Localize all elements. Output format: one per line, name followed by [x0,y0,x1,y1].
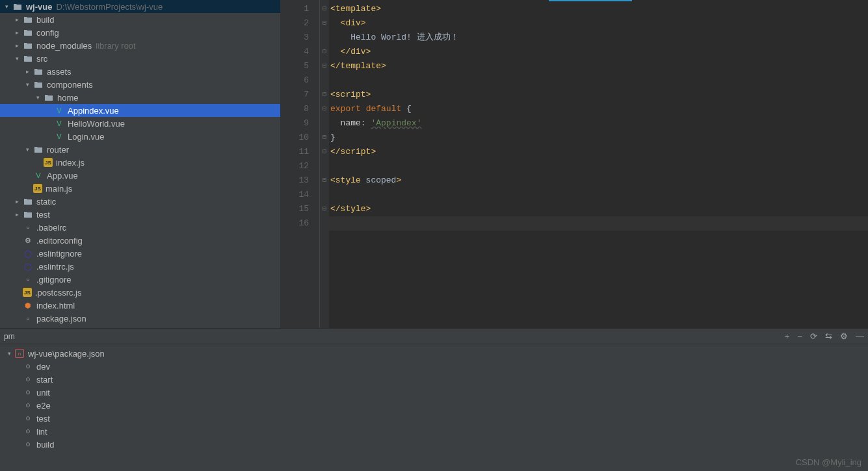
script-bullet-icon [26,364,30,368]
chevron-down-icon[interactable]: ▾ [3,3,10,10]
fold-marker[interactable]: ⊟ [320,45,329,59]
tree-item[interactable]: ▸static [0,195,280,208]
tree-item[interactable]: ▸build [0,13,280,26]
file-icon: ▫ [23,274,33,285]
fold-marker[interactable] [320,116,329,131]
npm-script-label: lint [36,427,47,437]
fold-marker[interactable]: ⊟ [320,16,329,31]
tree-item[interactable]: ⚙.editorconfig [0,234,280,247]
npm-root[interactable]: ▾nwj-vue\package.json [0,347,868,360]
gear-icon: ⚙ [23,235,33,246]
chevron-right-icon[interactable]: ▸ [13,210,21,218]
code-token: name [341,118,361,128]
refresh-icon[interactable]: ⟳ [810,331,817,341]
code-token: </div> [341,47,371,57]
tree-item[interactable]: ▫.gitignore [0,273,280,286]
tree-item[interactable]: ▾src [0,52,280,65]
run-icon[interactable]: ⇆ [825,331,832,341]
tree-item[interactable]: ▸test [0,208,280,221]
tree-item[interactable]: JS.postcssrc.js [0,286,280,299]
tree-item[interactable]: ▸config [0,26,280,39]
line-number: 10 [281,131,309,145]
tree-item[interactable]: VApp.vue [0,169,280,182]
chevron-down-icon[interactable]: ▾ [13,55,21,62]
vue-icon: V [33,170,44,181]
tree-label: test [36,210,50,220]
tree-item[interactable]: VAppindex.vue [0,104,280,117]
tree-item[interactable]: ⬢index.html [0,299,280,312]
tree-item[interactable]: ▸assets [0,65,280,78]
project-tree[interactable]: ▾wj-vueD:\WebstormProjects\wj-vue▸build▸… [0,0,281,328]
chevron-down-icon[interactable]: ▾ [23,81,31,88]
fold-marker[interactable] [320,216,329,231]
fold-marker[interactable]: ⊟ [320,2,329,16]
line-number: 15 [281,202,309,216]
fold-marker[interactable]: ⊟ [320,145,329,159]
chevron-right-icon[interactable]: ▸ [13,16,21,23]
tree-item[interactable]: ▾home [0,91,280,104]
tree-item[interactable]: ▾router [0,143,280,156]
line-number: 3 [281,31,309,45]
fold-marker[interactable]: ⊟ [320,59,329,73]
code-editor[interactable]: 12345678910111213141516 ⊟⊟⊟⊟⊟⊟⊟⊟⊟⊟ <temp… [281,0,868,328]
tree-item[interactable]: JSmain.js [0,182,280,195]
npm-script[interactable]: test [0,412,868,425]
tree-item[interactable]: ▫.babelrc [0,221,280,234]
tree-label: build [36,15,54,25]
tree-item[interactable]: ▫package.json [0,312,280,325]
fold-marker[interactable]: ⊟ [320,131,329,145]
remove-icon[interactable]: − [797,331,802,341]
tree-item[interactable]: JSindex.js [0,156,280,169]
folder-icon [44,92,54,103]
folder-icon [23,53,33,64]
code-token: 'Appindex' [371,118,421,128]
tree-item[interactable]: ◯.eslintrc.js [0,260,280,273]
script-bullet-icon [26,416,30,420]
chevron-down-icon[interactable]: ▾ [23,146,31,153]
npm-script[interactable]: dev [0,360,868,373]
code-token: <div> [341,18,366,28]
settings-icon[interactable]: ⚙ [840,331,848,341]
npm-scripts-panel[interactable]: pm + − ⟳ ⇆ ⚙ — ▾nwj-vue\package.jsondevs… [0,328,868,471]
fold-marker[interactable]: ⊟ [320,88,329,102]
chevron-right-icon[interactable]: ▸ [13,42,21,49]
npm-script[interactable]: start [0,373,868,386]
fold-marker[interactable]: ⊟ [320,173,329,188]
tree-item[interactable]: ▾wj-vueD:\WebstormProjects\wj-vue [0,0,280,13]
chevron-none [13,249,21,257]
chevron-right-icon[interactable]: ▸ [13,29,21,36]
fold-marker[interactable] [320,188,329,202]
chevron-right-icon[interactable]: ▸ [23,68,31,75]
tree-item[interactable]: ◯.eslintignore [0,247,280,260]
add-icon[interactable]: + [785,331,790,341]
js-icon: JS [44,158,53,167]
npm-script[interactable]: unit [0,386,868,399]
fold-marker[interactable]: ⊟ [320,102,329,116]
code-token: Hello World! 进入成功！ [350,32,458,42]
code-token: </style> [330,204,371,214]
fold-marker[interactable]: ⊟ [320,202,329,216]
fold-marker[interactable] [320,159,329,173]
minimize-icon[interactable]: — [856,331,864,341]
script-bullet-icon [26,390,30,394]
tree-item[interactable]: ▸node_moduleslibrary root [0,39,280,52]
line-number: 8 [281,102,309,116]
folder-icon [23,27,33,38]
line-number: 1 [281,2,309,16]
file-icon: ▫ [23,222,33,233]
tree-item[interactable]: ▾components [0,78,280,91]
tree-label: App.vue [47,171,78,181]
chevron-down-icon[interactable]: ▾ [34,94,42,101]
npm-script[interactable]: lint [0,425,868,438]
npm-script[interactable]: build [0,438,868,451]
script-bullet-icon [26,403,30,407]
chevron-down-icon[interactable]: ▾ [5,350,13,357]
code-area[interactable]: <template> <div> Hello World! 进入成功！ </di… [329,0,868,328]
chevron-none [13,223,21,231]
chevron-right-icon[interactable]: ▸ [13,197,21,205]
npm-script[interactable]: e2e [0,399,868,412]
fold-marker[interactable] [320,73,329,88]
tree-item[interactable]: VLogin.vue [0,130,280,143]
tree-item[interactable]: VHelloWorld.vue [0,117,280,130]
fold-marker[interactable] [320,31,329,45]
